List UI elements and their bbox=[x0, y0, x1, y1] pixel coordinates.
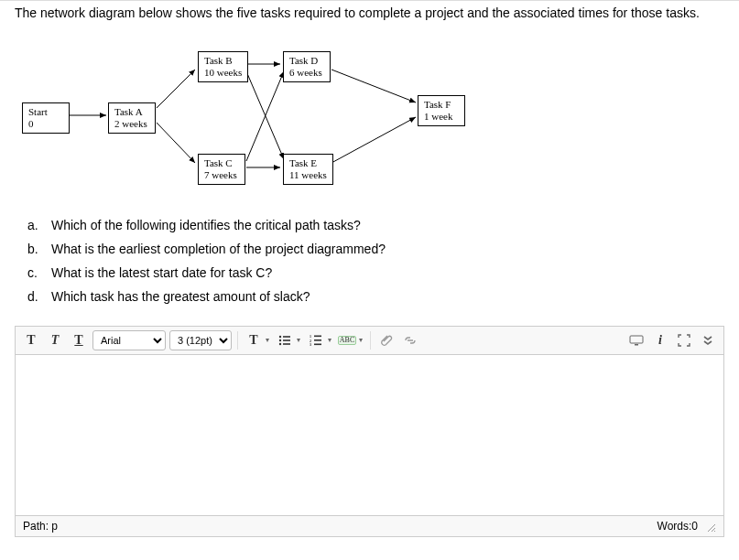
network-diagram: Start 0 Task A 2 weeks Task B 10 weeks T… bbox=[15, 44, 724, 199]
question-c-text: What is the latest start date for task C… bbox=[51, 265, 272, 280]
info-button[interactable]: i bbox=[650, 330, 670, 350]
grip-icon bbox=[705, 522, 716, 533]
rich-text-editor: T T T Arial 3 (12pt) T ▾ ▾ 1 bbox=[15, 326, 724, 537]
node-e: Task E 11 weeks bbox=[283, 154, 333, 185]
text-color-caret-icon[interactable]: ▾ bbox=[266, 336, 269, 344]
fullscreen-icon bbox=[678, 334, 690, 347]
status-word-count: Words:0 bbox=[657, 520, 698, 533]
node-start: Start 0 bbox=[22, 102, 70, 134]
question-a-letter: a. bbox=[27, 218, 42, 232]
double-chevron-down-icon bbox=[701, 334, 714, 347]
node-a-name: Task A bbox=[114, 106, 149, 118]
question-c: c. What is the latest start date for tas… bbox=[27, 265, 724, 280]
paperclip-icon bbox=[380, 334, 393, 347]
link-icon bbox=[403, 334, 418, 347]
svg-rect-21 bbox=[630, 336, 643, 343]
question-b-text: What is the earliest completion of the p… bbox=[51, 242, 386, 256]
numbered-list-button[interactable]: 1 2 3 bbox=[306, 330, 326, 350]
node-start-name: Start bbox=[28, 106, 63, 118]
editor-toolbar: T T T Arial 3 (12pt) T ▾ ▾ 1 bbox=[16, 327, 723, 355]
text-color-button[interactable]: T bbox=[244, 330, 264, 350]
svg-line-23 bbox=[708, 524, 715, 532]
link-button[interactable] bbox=[400, 330, 420, 350]
svg-line-8 bbox=[331, 117, 416, 163]
node-a-time: 2 weeks bbox=[114, 118, 149, 130]
node-e-name: Task E bbox=[289, 157, 327, 169]
node-b-time: 10 weeks bbox=[204, 67, 242, 79]
svg-point-13 bbox=[279, 343, 281, 345]
editor-statusbar: Path: p Words:0 bbox=[16, 515, 723, 536]
svg-rect-16 bbox=[314, 335, 321, 337]
node-b-name: Task B bbox=[204, 55, 242, 67]
svg-line-7 bbox=[331, 70, 416, 102]
question-a: a. Which of the following identifies the… bbox=[27, 218, 724, 232]
fullscreen-button[interactable] bbox=[674, 330, 694, 350]
question-b-letter: b. bbox=[27, 242, 42, 256]
svg-line-2 bbox=[157, 123, 195, 163]
spellcheck-button[interactable]: ABC bbox=[337, 330, 357, 350]
node-d-name: Task D bbox=[289, 55, 324, 67]
question-b: b. What is the earliest completion of th… bbox=[27, 242, 724, 256]
expand-more-button[interactable] bbox=[698, 330, 718, 350]
bullet-list-button[interactable] bbox=[275, 330, 295, 350]
question-d: d. Which task has the greatest amount of… bbox=[27, 289, 724, 304]
node-d: Task D 6 weeks bbox=[283, 51, 331, 82]
intro-text: The network diagram below shows the five… bbox=[15, 5, 711, 22]
question-d-text: Which task has the greatest amount of sl… bbox=[51, 289, 310, 304]
spellcheck-icon: ABC bbox=[338, 336, 356, 345]
node-c-name: Task C bbox=[204, 157, 239, 169]
svg-line-25 bbox=[714, 531, 715, 532]
toolbar-separator-2 bbox=[370, 331, 371, 350]
bullet-list-icon bbox=[278, 334, 291, 347]
font-family-select[interactable]: Arial bbox=[92, 330, 166, 350]
question-d-letter: d. bbox=[27, 289, 42, 304]
svg-rect-10 bbox=[283, 336, 290, 338]
bold-button[interactable]: T bbox=[21, 330, 41, 350]
svg-rect-18 bbox=[314, 339, 321, 341]
toolbar-separator bbox=[237, 331, 238, 350]
numbered-list-icon: 1 2 3 bbox=[310, 334, 322, 347]
node-d-time: 6 weeks bbox=[289, 67, 324, 79]
italic-button[interactable]: T bbox=[45, 330, 65, 350]
font-size-select[interactable]: 3 (12pt) bbox=[169, 330, 232, 350]
bullet-list-caret-icon[interactable]: ▾ bbox=[297, 336, 300, 344]
underline-button[interactable]: T bbox=[69, 330, 89, 350]
svg-rect-22 bbox=[635, 344, 638, 346]
preview-button[interactable] bbox=[626, 330, 647, 350]
svg-rect-14 bbox=[283, 343, 290, 345]
spellcheck-caret-icon[interactable]: ▾ bbox=[359, 336, 363, 344]
node-start-time: 0 bbox=[28, 118, 63, 130]
resize-handle[interactable] bbox=[703, 520, 716, 533]
svg-text:3: 3 bbox=[310, 342, 311, 347]
node-b: Task B 10 weeks bbox=[198, 51, 248, 82]
numbered-list-caret-icon[interactable]: ▾ bbox=[328, 336, 331, 344]
question-list: a. Which of the following identifies the… bbox=[27, 218, 724, 304]
question-a-text: Which of the following identifies the cr… bbox=[51, 218, 361, 232]
svg-line-5 bbox=[246, 71, 284, 161]
svg-line-1 bbox=[157, 70, 195, 108]
node-f-time: 1 week bbox=[424, 111, 459, 123]
editor-textarea[interactable] bbox=[16, 355, 723, 515]
node-c: Task C 7 weeks bbox=[198, 154, 245, 185]
node-a: Task A 2 weeks bbox=[108, 102, 156, 134]
status-path: Path: p bbox=[23, 520, 58, 533]
monitor-icon bbox=[629, 334, 644, 347]
question-c-letter: c. bbox=[27, 265, 42, 280]
node-c-time: 7 weeks bbox=[204, 169, 239, 181]
node-f-name: Task F bbox=[424, 99, 459, 111]
attachment-button[interactable] bbox=[376, 330, 397, 350]
svg-point-9 bbox=[279, 336, 281, 338]
svg-line-4 bbox=[246, 71, 284, 159]
svg-point-11 bbox=[279, 339, 281, 341]
svg-rect-12 bbox=[283, 339, 290, 341]
svg-rect-20 bbox=[314, 343, 321, 345]
node-f: Task F 1 week bbox=[418, 95, 465, 126]
node-e-time: 11 weeks bbox=[289, 169, 327, 181]
